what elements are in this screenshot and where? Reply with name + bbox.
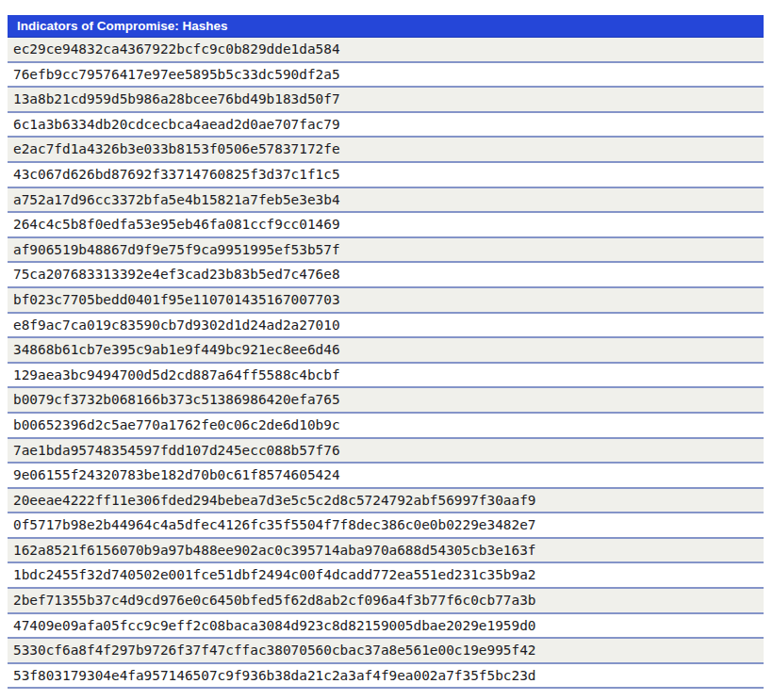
hash-value: 47409e09afa05fcc9c9eff2c08baca3084d923c8… <box>8 618 536 633</box>
table-row: 2bef71355b37c4d9cd976e0c6450bfed5f62d8ab… <box>8 589 764 614</box>
hash-value: e8f9ac7ca019c83590cb7d9302d1d24ad2a27010 <box>8 317 340 333</box>
ioc-hashes-table: Indicators of Compromise: Hashes ec29ce9… <box>8 15 764 689</box>
table-row: ec29ce94832ca4367922bcfc9c0b829dde1da584 <box>8 38 764 63</box>
hash-value: 6c1a3b6334db20cdcecbca4aead2d0ae707fac79 <box>8 117 340 132</box>
table-row: af906519b48867d9f9e75f9ca9951995ef53b57f <box>8 238 764 264</box>
hash-value: 9e06155f24320783be182d70b0c61f8574605424 <box>8 467 340 482</box>
hash-value: 2bef71355b37c4d9cd976e0c6450bfed5f62d8ab… <box>8 593 536 608</box>
hash-value: 162a8521f6156070b9a97b488ee902ac0c395714… <box>8 543 536 558</box>
hash-value: 0f5717b98e2b44964c4a5dfec4126fc35f5504f7… <box>8 517 536 532</box>
table-row: 129aea3bc9494700d5d2cd887a64ff5588c4bcbf <box>8 364 764 389</box>
hash-value: 43c067d626bd87692f33714760825f3d37c1f1c5 <box>8 167 340 182</box>
table-row: b0079cf3732b068166b373c51386986420efa765 <box>8 388 764 414</box>
table-row: bf023c7705bedd0401f95e110701435167007703 <box>8 288 764 314</box>
hash-value: e2ac7fd1a4326b3e033b8153f0506e57837172fe <box>8 141 340 156</box>
hash-value: 129aea3bc9494700d5d2cd887a64ff5588c4bcbf <box>8 367 340 383</box>
table-row: 7ae1bda95748354597fdd107d245ecc088b57f76 <box>8 439 764 464</box>
hash-value: 7ae1bda95748354597fdd107d245ecc088b57f76 <box>8 443 340 458</box>
hash-value: 5330cf6a8f4f297b9726f37f47cffac38070560c… <box>8 643 536 658</box>
table-row: 47409e09afa05fcc9c9eff2c08baca3084d923c8… <box>8 614 764 640</box>
hash-value: b0079cf3732b068166b373c51386986420efa765 <box>8 392 340 407</box>
hash-value: ec29ce94832ca4367922bcfc9c0b829dde1da584 <box>8 41 340 57</box>
hash-value: 53f803179304e4fa957146507c9f936b38da21c2… <box>8 668 536 683</box>
hash-value: 264c4c5b8f0edfa53e95eb46fa081ccf9cc01469 <box>8 217 340 232</box>
table-row: 1bdc2455f32d740502e001fce51dbf2494c00f4d… <box>8 563 764 589</box>
hash-value: b00652396d2c5ae770a1762fe0c06c2de6d10b9c <box>8 417 340 432</box>
table-header-title: Indicators of Compromise: Hashes <box>8 15 764 38</box>
table-row: 13a8b21cd959d5b986a28bcee76bd49b183d50f7 <box>8 88 764 113</box>
table-row: 75ca207683313392e4ef3cad23b83b5ed7c476e8 <box>8 263 764 288</box>
table-row: 20eeae4222ff11e306fded294bebea7d3e5c5c2d… <box>8 489 764 514</box>
table-row: 43c067d626bd87692f33714760825f3d37c1f1c5 <box>8 163 764 188</box>
table-row: e8f9ac7ca019c83590cb7d9302d1d24ad2a27010 <box>8 314 764 339</box>
table-row: 264c4c5b8f0edfa53e95eb46fa081ccf9cc01469 <box>8 213 764 238</box>
hash-value: a752a17d96cc3372bfa5e4b15821a7feb5e3e3b4 <box>8 192 340 207</box>
table-row: 34868b61cb7e395c9ab1e9f449bc921ec8ee6d46 <box>8 338 764 364</box>
table-row: 5330cf6a8f4f297b9726f37f47cffac38070560c… <box>8 639 764 664</box>
hash-value: 20eeae4222ff11e306fded294bebea7d3e5c5c2d… <box>8 493 536 508</box>
hash-value: 1bdc2455f32d740502e001fce51dbf2494c00f4d… <box>8 567 536 582</box>
hash-value: af906519b48867d9f9e75f9ca9951995ef53b57f <box>8 242 340 257</box>
table-row: 162a8521f6156070b9a97b488ee902ac0c395714… <box>8 539 764 564</box>
table-row: b00652396d2c5ae770a1762fe0c06c2de6d10b9c <box>8 414 764 439</box>
hash-value: 34868b61cb7e395c9ab1e9f449bc921ec8ee6d46 <box>8 342 340 357</box>
table-row: 53f803179304e4fa957146507c9f936b38da21c2… <box>8 664 764 690</box>
table-row: 76efb9cc79576417e97ee5895b5c33dc590df2a5 <box>8 63 764 89</box>
table-row: 0f5717b98e2b44964c4a5dfec4126fc35f5504f7… <box>8 513 764 539</box>
table-row: 9e06155f24320783be182d70b0c61f8574605424 <box>8 464 764 489</box>
hash-value: 13a8b21cd959d5b986a28bcee76bd49b183d50f7 <box>8 91 340 106</box>
table-row: a752a17d96cc3372bfa5e4b15821a7feb5e3e3b4 <box>8 188 764 214</box>
hash-rows: ec29ce94832ca4367922bcfc9c0b829dde1da584… <box>8 38 764 689</box>
hash-value: bf023c7705bedd0401f95e110701435167007703 <box>8 292 340 307</box>
hash-value: 75ca207683313392e4ef3cad23b83b5ed7c476e8 <box>8 267 340 282</box>
hash-value: 76efb9cc79576417e97ee5895b5c33dc590df2a5 <box>8 67 340 82</box>
table-row: 6c1a3b6334db20cdcecbca4aead2d0ae707fac79 <box>8 113 764 138</box>
table-row: e2ac7fd1a4326b3e033b8153f0506e57837172fe <box>8 138 764 163</box>
